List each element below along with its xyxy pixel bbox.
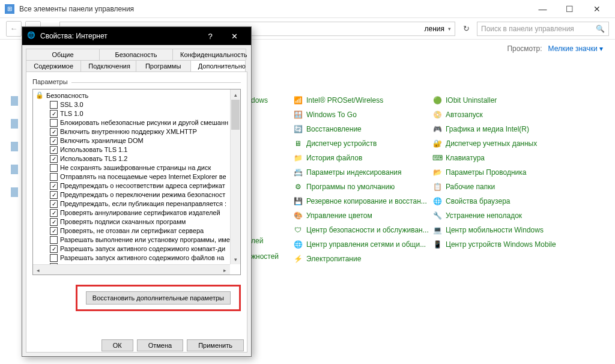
cp-item[interactable]: 🎨Управление цветом xyxy=(293,210,429,222)
cp-cut-item[interactable] xyxy=(251,110,279,122)
cp-item[interactable]: 📁История файлов xyxy=(293,152,429,164)
cp-item[interactable]: 🎮Графика и медиа Intel(R) xyxy=(432,123,556,135)
ok-button[interactable]: ОК xyxy=(101,339,133,351)
setting-option[interactable]: Разрешать запуск активного содержимого к… xyxy=(35,244,238,253)
scroll-right-arrow[interactable]: ▸ xyxy=(220,265,230,275)
dlg-tab[interactable]: Конфиденциальность xyxy=(172,49,246,60)
setting-option[interactable]: Не сохранять зашифрованные страницы на д… xyxy=(35,163,238,172)
close-button[interactable]: ✕ xyxy=(583,1,610,17)
checkbox[interactable] xyxy=(50,128,58,136)
cp-item[interactable]: 🔐Диспетчер учетных данных xyxy=(432,138,556,150)
cp-item[interactable]: ⌨Клавиатура xyxy=(432,152,556,164)
cp-item[interactable]: ⚙Программы по умолчанию xyxy=(293,181,429,193)
checkbox[interactable] xyxy=(50,101,58,109)
setting-option[interactable]: Проверять, не отозван ли сертификат серв… xyxy=(35,226,238,235)
dlg-tab[interactable]: Программы xyxy=(136,60,191,71)
minimize-button[interactable]: — xyxy=(529,1,556,17)
checkbox[interactable] xyxy=(50,191,58,199)
checkbox[interactable] xyxy=(50,200,58,208)
maximize-button[interactable]: ☐ xyxy=(556,1,583,17)
view-mode-link[interactable]: Мелкие значки ▾ xyxy=(548,44,603,53)
checkbox[interactable] xyxy=(50,245,58,253)
cp-cut-item[interactable] xyxy=(251,219,279,231)
checkbox[interactable] xyxy=(50,173,58,181)
setting-option[interactable]: Предупреждать о переключении режима безо… xyxy=(35,190,238,199)
setting-option[interactable]: Использовать TLS 1.1 xyxy=(35,145,238,154)
checkbox[interactable] xyxy=(50,164,58,172)
cp-item[interactable]: 📋Рабочие папки xyxy=(432,181,556,193)
cancel-button[interactable]: Отмена xyxy=(137,339,183,351)
cp-item[interactable]: 🌐Свойства браузера xyxy=(432,195,556,207)
refresh-button[interactable]: ↻ xyxy=(459,22,473,36)
setting-option[interactable]: Включить хранилище DOM xyxy=(35,136,238,145)
cp-cut-item[interactable] xyxy=(251,204,279,216)
cp-cut-item[interactable] xyxy=(251,282,279,294)
setting-option[interactable]: Включить внутреннюю поддержку XMLHTTP xyxy=(35,127,238,136)
cp-item[interactable]: 🌐Центр управления сетями и общи... xyxy=(293,238,429,250)
setting-option[interactable]: Предупреждать о несоответствии адреса се… xyxy=(35,181,238,190)
dlg-tab[interactable]: Содержимое xyxy=(26,60,81,71)
setting-option[interactable]: Использовать TLS 1.2 xyxy=(35,154,238,163)
apply-button[interactable]: Применить xyxy=(187,339,244,351)
cp-item[interactable]: ⚡Электропитание xyxy=(293,253,429,265)
cp-item[interactable]: 🛡Центр безопасности и обслуживан... xyxy=(293,224,429,236)
cp-cut-item[interactable] xyxy=(251,141,279,153)
dlg-tab[interactable]: Подключения xyxy=(80,60,136,71)
scroll-left-arrow[interactable]: ◂ xyxy=(33,265,43,275)
cp-cut-item[interactable] xyxy=(251,172,279,184)
checkbox[interactable] xyxy=(50,218,58,226)
setting-option[interactable]: TLS 1.0 xyxy=(35,109,238,118)
cp-cut-item[interactable]: лей xyxy=(251,235,279,247)
cp-cut-item[interactable]: dows xyxy=(251,94,279,106)
checkbox[interactable] xyxy=(50,209,58,217)
cp-item[interactable]: 📇Параметры индексирования xyxy=(293,166,429,178)
cp-cut-item[interactable] xyxy=(251,188,279,200)
setting-option[interactable]: Предупреждать, если публикация перенапра… xyxy=(35,199,238,208)
restore-advanced-button[interactable]: Восстановить дополнительные параметры xyxy=(86,291,231,305)
cp-cut-item[interactable] xyxy=(251,266,279,278)
setting-option[interactable]: Блокировать небезопасные рисунки и друго… xyxy=(35,118,238,127)
cp-cut-item[interactable]: жностей xyxy=(251,250,279,262)
cp-item[interactable]: 💻Центр мобильности Windows xyxy=(432,224,556,236)
checkbox[interactable] xyxy=(50,119,58,127)
address-dropdown-icon[interactable]: ▾ xyxy=(448,26,451,32)
checkbox[interactable] xyxy=(50,236,58,244)
cp-item[interactable]: 🔧Устранение неполадок xyxy=(432,210,556,222)
setting-option[interactable]: Отправлять на посещаемые через Internet … xyxy=(35,172,238,181)
help-button[interactable]: ? xyxy=(198,28,222,44)
cp-item[interactable]: 🪟Windows To Go xyxy=(293,109,429,121)
cp-titlebar[interactable]: ⊞ Все элементы панели управления — ☐ ✕ xyxy=(0,0,615,18)
checkbox[interactable] xyxy=(50,155,58,163)
cp-item[interactable]: 🖥Диспетчер устройств xyxy=(293,138,429,150)
cp-item[interactable]: 🔄Восстановление xyxy=(293,123,429,135)
checkbox[interactable] xyxy=(50,146,58,154)
setting-option[interactable]: SSL 3.0 xyxy=(35,100,238,109)
setting-option[interactable]: Разрешать запуск активного содержимого ф… xyxy=(35,253,238,262)
back-button[interactable]: ← xyxy=(6,21,22,37)
checkbox[interactable] xyxy=(50,182,58,190)
search-box[interactable]: Поиск в панели управления 🔍 xyxy=(477,22,609,36)
setting-option[interactable]: Проверять аннулирование сертификатов изд… xyxy=(35,208,238,217)
dlg-tab[interactable]: Безопасность xyxy=(99,49,173,60)
dlg-close-button[interactable]: ✕ xyxy=(222,28,246,44)
cp-cut-item[interactable] xyxy=(251,157,279,169)
vertical-scrollbar[interactable]: ▴ ▾ xyxy=(230,89,240,264)
dlg-tab[interactable]: Дополнительно xyxy=(190,60,246,71)
checkbox[interactable] xyxy=(50,137,58,145)
checkbox[interactable] xyxy=(50,110,58,118)
cp-item[interactable]: 📀Автозапуск xyxy=(432,109,556,121)
scroll-up-arrow[interactable]: ▴ xyxy=(231,89,241,100)
checkbox[interactable] xyxy=(50,254,58,262)
setting-option[interactable]: Проверять подписи скачанных программ xyxy=(35,217,238,226)
checkbox[interactable] xyxy=(50,227,58,235)
scroll-down-arrow[interactable]: ▾ xyxy=(231,254,241,264)
cp-item[interactable]: 📱Центр устройств Windows Mobile xyxy=(432,238,556,250)
scroll-thumb[interactable] xyxy=(231,100,240,130)
cp-item[interactable]: 📶Intel® PROSet/Wireless xyxy=(293,94,429,106)
cp-item[interactable]: 💾Резервное копирование и восстан... xyxy=(293,195,429,207)
dlg-titlebar[interactable]: 🌐 Свойства: Интернет ? ✕ xyxy=(22,27,251,45)
horizontal-scrollbar[interactable]: ◂ ▸ xyxy=(33,264,230,275)
setting-option[interactable]: Разрешать выполнение или установку прогр… xyxy=(35,235,238,244)
cp-item[interactable]: 🟢IObit Uninstaller xyxy=(432,94,556,106)
dlg-tab[interactable]: Общие xyxy=(26,49,100,60)
